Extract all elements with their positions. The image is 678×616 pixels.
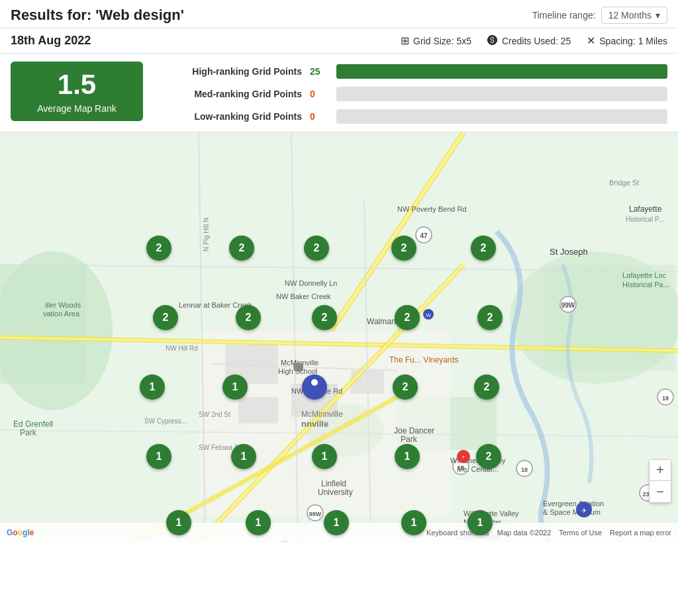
timeline-range-section: Timeline range: 12 Months ▾ xyxy=(532,7,667,24)
map-marker-13[interactable]: 2 xyxy=(393,374,418,400)
map-container[interactable]: 47 99W 18 18 99W 233 18 St Joseph Lafaye… xyxy=(0,132,678,543)
med-ranking-row: Med-ranking Grid Points 0 xyxy=(156,87,667,101)
svg-text:Park: Park xyxy=(401,435,418,444)
svg-rect-2 xyxy=(0,265,86,384)
map-marker-4[interactable]: 2 xyxy=(471,236,496,261)
terms-link[interactable]: Terms of Use xyxy=(559,529,602,537)
timeline-label: Timeline range: xyxy=(532,10,596,21)
map-marker-18[interactable]: 1 xyxy=(395,444,420,469)
map-marker-3[interactable]: 2 xyxy=(391,236,416,261)
map-marker-14[interactable]: 2 xyxy=(474,374,499,400)
avg-rank-label: Average Map Rank xyxy=(37,103,117,114)
svg-rect-100 xyxy=(294,363,303,371)
grid-icon: ⊞ xyxy=(401,34,409,47)
map-marker-21[interactable]: 1 xyxy=(246,510,271,535)
svg-text:Historical Pa...: Historical Pa... xyxy=(622,281,669,288)
high-ranking-label: High-ranking Grid Points xyxy=(156,66,302,77)
timeline-dropdown[interactable]: 12 Months ▾ xyxy=(601,7,667,24)
map-marker-6[interactable]: 2 xyxy=(236,305,261,330)
stats-row: 18th Aug 2022 ⊞ Grid Size: 5x5 🅢 Credits… xyxy=(0,28,678,54)
avg-rank-number: 1.5 xyxy=(58,69,96,101)
map-marker-15[interactable]: 1 xyxy=(146,444,171,469)
svg-text:NW Hill Rd: NW Hill Rd xyxy=(166,345,198,352)
credits-stat: 🅢 Credits Used: 25 xyxy=(487,35,571,47)
zoom-out-button[interactable]: − xyxy=(650,481,671,502)
map-marker-16[interactable]: 1 xyxy=(231,444,256,469)
svg-text:NW Baker Creek: NW Baker Creek xyxy=(276,292,331,300)
page-header: Results for: 'Web design' Timeline range… xyxy=(0,0,678,28)
timeline-value: 12 Months xyxy=(608,10,652,21)
low-ranking-count: 0 xyxy=(310,111,328,122)
grid-size-label: Grid Size: 5x5 xyxy=(413,36,471,46)
credits-icon: 🅢 xyxy=(487,35,498,47)
zoom-in-button[interactable]: + xyxy=(650,460,671,481)
svg-text:The Fu... Vineyards: The Fu... Vineyards xyxy=(389,355,459,365)
page-title: Results for: 'Web design' xyxy=(11,7,184,24)
spacing-icon: ✕ xyxy=(587,34,595,47)
svg-text:Park: Park xyxy=(20,428,37,437)
high-ranking-row: High-ranking Grid Points 25 xyxy=(156,64,667,79)
svg-text:99W: 99W xyxy=(309,511,322,517)
average-rank-box: 1.5 Average Map Rank xyxy=(11,62,143,121)
map-marker-5[interactable]: 2 xyxy=(153,305,178,330)
svg-text:NW Donnelly Ln: NW Donnelly Ln xyxy=(285,279,337,287)
map-marker-7[interactable]: 2 xyxy=(312,305,337,330)
svg-text:✈: ✈ xyxy=(581,507,587,514)
svg-point-101 xyxy=(311,379,318,386)
low-ranking-label: Low-ranking Grid Points xyxy=(156,111,302,122)
svg-text:SW 2nd St: SW 2nd St xyxy=(199,411,230,418)
svg-text:iller Woods: iller Woods xyxy=(45,301,81,309)
spacing-label: Spacing: 1 Miles xyxy=(599,36,667,46)
svg-text:Lafayette: Lafayette xyxy=(629,204,662,214)
low-ranking-row: Low-ranking Grid Points 0 xyxy=(156,109,667,124)
svg-text:Lafayette Loc: Lafayette Loc xyxy=(622,271,667,279)
map-marker-10[interactable]: 1 xyxy=(140,374,165,400)
map-marker-11[interactable]: 1 xyxy=(222,374,248,400)
map-controls[interactable]: + − xyxy=(649,459,671,503)
map-marker-2[interactable]: 2 xyxy=(304,236,329,261)
map-background: 47 99W 18 18 99W 233 18 St Joseph Lafaye… xyxy=(0,132,678,543)
svg-text:99W: 99W xyxy=(561,302,575,309)
business-marker[interactable] xyxy=(307,374,322,400)
svg-rect-9 xyxy=(238,397,278,423)
high-ranking-bar xyxy=(336,64,667,79)
report-link[interactable]: Report a map error xyxy=(610,529,671,537)
grid-size-stat: ⊞ Grid Size: 5x5 xyxy=(401,34,471,47)
med-ranking-count: 0 xyxy=(310,89,328,99)
svg-text:47: 47 xyxy=(420,232,428,240)
map-marker-24[interactable]: 1 xyxy=(467,510,493,535)
map-marker-1[interactable]: 2 xyxy=(229,236,254,261)
map-marker-0[interactable]: 2 xyxy=(146,236,171,261)
map-data-label: Map data ©2022 xyxy=(497,529,552,537)
chevron-down-icon: ▾ xyxy=(655,10,660,21)
svg-text:Linfield: Linfield xyxy=(321,479,346,488)
svg-text:SW Cypress...: SW Cypress... xyxy=(144,418,187,425)
high-ranking-count: 25 xyxy=(310,66,328,77)
svg-text:St Joseph: St Joseph xyxy=(550,247,588,257)
svg-text:Ed Grenfell: Ed Grenfell xyxy=(13,419,53,429)
map-marker-19[interactable]: 2 xyxy=(476,444,501,469)
map-marker-23[interactable]: 1 xyxy=(401,510,426,535)
svg-text:N Pig Hill N: N Pig Hill N xyxy=(203,218,210,251)
svg-text:Joe Dancer: Joe Dancer xyxy=(394,426,434,435)
map-marker-20[interactable]: 1 xyxy=(166,510,191,535)
svg-text:nnville: nnville xyxy=(301,419,328,429)
spacing-stat: ✕ Spacing: 1 Miles xyxy=(587,34,667,47)
ranking-bars: High-ranking Grid Points 25 Med-ranking … xyxy=(156,62,667,124)
map-marker-17[interactable]: 1 xyxy=(312,444,337,469)
low-ranking-bar xyxy=(336,109,667,124)
svg-text:Walmart: Walmart xyxy=(367,317,397,326)
date-label: 18th Aug 2022 xyxy=(11,34,91,48)
svg-text:18: 18 xyxy=(662,395,669,402)
svg-text:Historical P...: Historical P... xyxy=(626,216,664,223)
ranking-section: 1.5 Average Map Rank High-ranking Grid P… xyxy=(0,54,678,132)
svg-text:+: + xyxy=(461,454,465,461)
svg-text:18: 18 xyxy=(521,466,528,473)
med-ranking-bar xyxy=(336,87,667,101)
svg-text:NW Poverty Bend Rd: NW Poverty Bend Rd xyxy=(397,205,467,213)
svg-text:Bridge St: Bridge St xyxy=(609,179,639,187)
map-marker-9[interactable]: 2 xyxy=(477,305,503,330)
svg-text:vation Area: vation Area xyxy=(43,310,80,318)
map-marker-8[interactable]: 2 xyxy=(395,305,420,330)
map-marker-22[interactable]: 1 xyxy=(324,510,349,535)
